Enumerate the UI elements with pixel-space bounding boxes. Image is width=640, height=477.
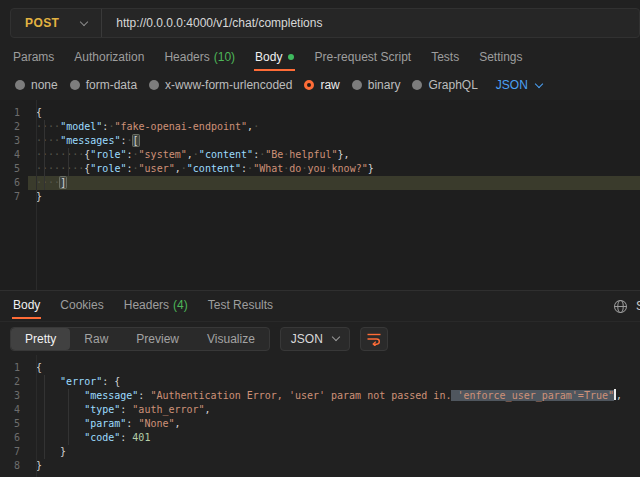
method-dropdown[interactable]: POST — [11, 9, 101, 37]
status-text-clipped: S — [636, 299, 640, 313]
code-text: "message": "Authentication Error, 'user'… — [28, 389, 640, 403]
unsaved-dot-icon — [288, 54, 294, 60]
content-type-dropdown[interactable]: JSON — [496, 78, 542, 92]
tab-label: Tests — [431, 50, 459, 64]
body-type-x-www-form-urlencoded[interactable]: x-www-form-urlencoded — [149, 78, 292, 92]
code-text: ········{"role":·"user",·"content":·"Wha… — [28, 162, 640, 176]
method-label: POST — [25, 16, 59, 30]
line-number: 8 — [0, 459, 28, 473]
chevron-down-icon — [535, 79, 543, 87]
tab-body[interactable]: Body — [12, 294, 41, 319]
tab-tests[interactable]: Tests — [430, 46, 460, 71]
tab-label: Headers — [124, 298, 169, 312]
body-type-none[interactable]: none — [15, 78, 58, 92]
indent-guide — [44, 120, 45, 190]
code-text: { — [28, 106, 640, 120]
tab-cookies[interactable]: Cookies — [59, 294, 104, 319]
tab-label: Settings — [479, 50, 522, 64]
code-line[interactable]: 1{ — [0, 106, 640, 120]
code-text: "type": "auth_error", — [28, 403, 640, 417]
code-line[interactable]: 4········{"role":·"system",·"content":·"… — [0, 148, 640, 162]
code-text: } — [28, 459, 640, 473]
code-line[interactable]: 5········{"role":·"user",·"content":·"Wh… — [0, 162, 640, 176]
code-line[interactable]: 2····"model":·"fake-openai-endpoint",· — [0, 120, 640, 134]
code-line[interactable]: 3····"messages":·[ — [0, 134, 640, 148]
response-tabs: BodyCookiesHeaders(4)Test Results — [0, 294, 283, 318]
tab-pre-request-script[interactable]: Pre-request Script — [313, 46, 412, 71]
tab-headers[interactable]: Headers(10) — [163, 46, 236, 71]
response-header-right: S — [613, 299, 640, 314]
code-line[interactable]: 2 "error": { — [0, 375, 640, 389]
code-text: { — [28, 361, 640, 375]
line-number: 3 — [0, 134, 28, 148]
tab-label: Test Results — [208, 298, 273, 312]
line-number: 5 — [0, 162, 28, 176]
body-type-form-data[interactable]: form-data — [70, 78, 137, 92]
body-type-binary[interactable]: binary — [352, 78, 401, 92]
tab-label: Body — [255, 50, 282, 64]
code-text: ····"messages":·[ — [28, 134, 640, 148]
radio-label: form-data — [86, 78, 137, 92]
code-text: "error": { — [28, 375, 640, 389]
code-text: } — [28, 445, 640, 459]
body-type-row: noneform-datax-www-form-urlencodedrawbin… — [0, 70, 640, 100]
code-text: ····] — [28, 176, 640, 190]
code-text: ········{"role":·"system",·"content":·"B… — [28, 148, 640, 162]
response-view-switcher: PrettyRawPreviewVisualize — [10, 327, 270, 351]
code-line[interactable]: 7 } — [0, 445, 640, 459]
view-raw[interactable]: Raw — [70, 328, 122, 350]
code-text: "code": 401 — [28, 431, 640, 445]
radio-icon[interactable] — [70, 80, 80, 90]
request-body-editor[interactable]: 1{2····"model":·"fake-openai-endpoint",·… — [0, 100, 640, 290]
code-line[interactable]: 6 "code": 401 — [0, 431, 640, 445]
wrap-text-button[interactable] — [360, 327, 388, 351]
radio-icon[interactable] — [352, 80, 362, 90]
code-line[interactable]: 1{ — [0, 361, 640, 375]
radio-icon[interactable] — [412, 80, 422, 90]
response-format-dropdown[interactable]: JSON — [280, 327, 350, 351]
tab-test-results[interactable]: Test Results — [207, 294, 274, 319]
api-client-window: POST http://0.0.0.0:4000/v1/chat/complet… — [0, 0, 640, 477]
tab-label: Params — [13, 50, 54, 64]
tab-body[interactable]: Body — [254, 46, 295, 71]
tab-settings[interactable]: Settings — [478, 46, 523, 71]
line-number: 4 — [0, 148, 28, 162]
body-type-raw[interactable]: raw — [304, 78, 339, 92]
tab-label: Body — [13, 298, 40, 312]
chevron-down-icon — [80, 17, 88, 25]
code-line[interactable]: 6····] — [0, 176, 640, 190]
code-text: "param": "None", — [28, 417, 640, 431]
body-type-graphql[interactable]: GraphQL — [412, 78, 477, 92]
line-number: 2 — [0, 375, 28, 389]
globe-icon[interactable] — [613, 299, 628, 314]
line-number: 3 — [0, 389, 28, 403]
line-number: 6 — [0, 176, 28, 190]
url-input[interactable]: POST http://0.0.0.0:4000/v1/chat/complet… — [10, 8, 640, 38]
count-badge: (4) — [173, 298, 188, 312]
tab-authorization[interactable]: Authorization — [73, 46, 145, 71]
code-line[interactable]: 3 "message": "Authentication Error, 'use… — [0, 389, 640, 403]
tab-headers[interactable]: Headers(4) — [123, 294, 189, 319]
divider — [101, 9, 102, 37]
view-preview[interactable]: Preview — [122, 328, 193, 350]
radio-icon[interactable] — [15, 80, 25, 90]
response-header: BodyCookiesHeaders(4)Test Results S — [0, 291, 640, 322]
radio-label: binary — [368, 78, 401, 92]
tab-label: Headers — [164, 50, 209, 64]
code-line[interactable]: 7} — [0, 190, 640, 204]
tab-params[interactable]: Params — [12, 46, 55, 71]
code-line[interactable]: 5 "param": "None", — [0, 417, 640, 431]
response-format-label: JSON — [291, 332, 323, 346]
line-number: 6 — [0, 431, 28, 445]
response-body-editor[interactable]: 1{2 "error": {3 "message": "Authenticati… — [0, 355, 640, 477]
tab-label: Pre-request Script — [314, 50, 411, 64]
radio-icon[interactable] — [304, 80, 314, 90]
radio-label: GraphQL — [428, 78, 477, 92]
code-line[interactable]: 8} — [0, 459, 640, 473]
view-visualize[interactable]: Visualize — [193, 328, 269, 350]
view-pretty[interactable]: Pretty — [11, 328, 70, 350]
line-number: 2 — [0, 120, 28, 134]
url-text[interactable]: http://0.0.0.0:4000/v1/chat/completions — [116, 16, 322, 30]
code-line[interactable]: 4 "type": "auth_error", — [0, 403, 640, 417]
radio-icon[interactable] — [149, 80, 159, 90]
